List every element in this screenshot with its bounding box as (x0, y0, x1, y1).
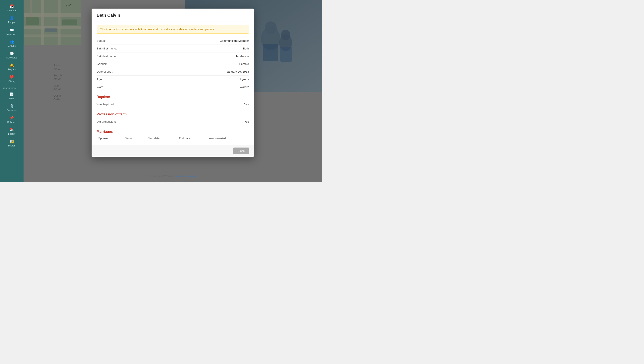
warning-banner: This information is only available to ad… (97, 25, 249, 34)
page-footer: See an error? You can submit corrections… (149, 175, 196, 178)
info-row: Gender:Female (97, 60, 249, 68)
profession-fields: Did profession:Yes (97, 118, 249, 126)
sidebar-item-messages[interactable]: ✉️Messages (0, 26, 24, 38)
sidebar-label-files: Files (9, 97, 14, 100)
info-row: Birth last name:Henderson (97, 53, 249, 60)
sidebar-item-library[interactable]: 📚Library (0, 126, 24, 137)
info-row: Status:Communicant Member (97, 37, 249, 45)
sidebar-item-people[interactable]: 👤People (0, 14, 24, 26)
info-value: Beth (243, 47, 249, 50)
info-value: January 29, 1983 (226, 70, 249, 73)
profession-heading: Profession of faith (97, 112, 249, 116)
marriages-column-header: Status (123, 135, 146, 141)
files-icon: 📄 (10, 92, 14, 96)
marriages-heading: Marriages (97, 130, 249, 134)
marriages-column-header: End date (177, 135, 207, 141)
info-row: Birth first name:Beth (97, 45, 249, 53)
info-row: Ward:Ward 2 (97, 83, 249, 91)
sidebar-label-people: People (8, 21, 16, 24)
info-value: 41 years (238, 78, 249, 81)
baptism-fields: Was baptized:Yes (97, 101, 249, 108)
bulletins-icon: 📌 (10, 116, 14, 120)
messages-icon: ✉️ (10, 28, 14, 32)
modal-overlay: Beth Calvin This information is only ava… (24, 0, 322, 182)
baptism-row: Was baptized:Yes (97, 101, 249, 108)
sidebar-label-messages: Messages (6, 33, 17, 35)
profession-value: Yes (244, 120, 249, 123)
sidebar-label-groups: Groups (8, 45, 16, 47)
sidebar-label-bulletins: Bulletins (7, 121, 16, 123)
info-value: Henderson (235, 55, 249, 58)
info-label: Gender: (97, 62, 107, 66)
sidebar-item-photos[interactable]: 🖼️Photos (0, 137, 24, 149)
library-icon: 📚 (10, 128, 14, 132)
info-value: Ward 2 (240, 85, 249, 89)
sidebar-label-library: Library (8, 133, 16, 135)
profession-label: Did profession: (97, 120, 116, 123)
sidebar-label-prayers: Prayers (8, 68, 16, 71)
people-icon: 👤 (10, 16, 14, 20)
marriages-column-header: Start date (146, 135, 177, 141)
marriages-table: SpouseStatusStart dateEnd dateYears marr… (97, 135, 249, 141)
info-value: Communicant Member (220, 39, 249, 42)
sermons-icon: 🎙️ (10, 104, 14, 108)
modal-header: Beth Calvin (92, 9, 254, 22)
info-value: Female (239, 62, 249, 66)
groups-icon: 👥 (10, 40, 14, 44)
baptism-value: Yes (244, 103, 249, 106)
sidebar-item-files[interactable]: 📄Files (0, 90, 24, 102)
info-label: Date of birth: (97, 70, 113, 73)
baptism-heading: Baptism (97, 95, 249, 99)
calendar-icon: 📅 (10, 4, 14, 8)
sidebar-item-sermons[interactable]: 🎙️Sermons (0, 102, 24, 114)
schedules-icon: 🕐 (10, 51, 14, 56)
sidebar: 📅Calendar👤People✉️Messages👥Groups🕐Schedu… (0, 0, 24, 182)
giving-icon: ❤️ (10, 75, 14, 79)
resources-label: RESOURCES (0, 85, 18, 90)
info-row: Date of birth:January 29, 1983 (97, 68, 249, 76)
sidebar-label-giving: Giving (8, 80, 15, 83)
footer-text: See an error? You can (149, 175, 175, 178)
sidebar-item-prayers[interactable]: 🔔Prayers (0, 61, 24, 73)
sidebar-item-groups[interactable]: 👥Groups (0, 38, 24, 49)
photos-icon: 🖼️ (10, 139, 14, 143)
sidebar-item-calendar[interactable]: 📅Calendar (0, 2, 24, 14)
main-content: Ry Rd (24, 0, 322, 182)
modal-footer: Close (92, 145, 254, 157)
sidebar-item-giving[interactable]: ❤️Giving (0, 73, 24, 85)
sidebar-label-calendar: Calendar (7, 9, 17, 12)
sidebar-label-sermons: Sermons (7, 109, 16, 112)
close-button[interactable]: Close (233, 148, 249, 154)
marriages-column-header: Years married (207, 135, 249, 141)
info-row: Age:41 years (97, 76, 249, 83)
modal-title: Beth Calvin (97, 13, 249, 18)
profession-row: Did profession:Yes (97, 118, 249, 126)
info-label: Age: (97, 78, 103, 81)
info-label: Birth first name: (97, 47, 117, 50)
prayers-icon: 🔔 (10, 63, 14, 67)
info-label: Ward: (97, 85, 104, 89)
baptism-label: Was baptized: (97, 103, 115, 106)
person-detail-modal: Beth Calvin This information is only ava… (92, 9, 254, 157)
footer-suffix: . (196, 175, 196, 178)
sidebar-item-bulletins[interactable]: 📌Bulletins (0, 114, 24, 126)
sidebar-item-schedules[interactable]: 🕐Schedules (0, 49, 24, 61)
marriages-column-header: Spouse (97, 135, 123, 141)
submit-corrections-link[interactable]: submit corrections (175, 175, 196, 178)
info-label: Birth last name: (97, 55, 117, 58)
sidebar-label-photos: Photos (8, 144, 16, 147)
info-fields: Status:Communicant MemberBirth first nam… (97, 37, 249, 91)
info-label: Status: (97, 39, 106, 42)
modal-body: This information is only available to ad… (92, 25, 254, 145)
sidebar-label-schedules: Schedules (6, 56, 17, 59)
